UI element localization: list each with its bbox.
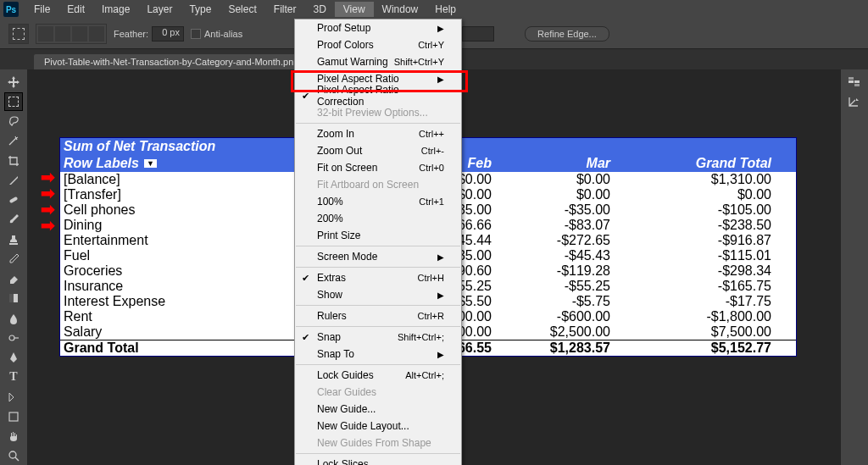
check-icon: ✔ (302, 273, 309, 284)
svg-rect-6 (849, 80, 854, 83)
svg-rect-8 (849, 77, 854, 80)
menu-item[interactable]: Proof Setup▶ (295, 19, 461, 36)
selection-add[interactable] (55, 26, 70, 42)
submenu-arrow-icon: ▶ (437, 75, 444, 84)
shape-tool-icon[interactable] (4, 407, 23, 425)
app-logo: Ps (3, 2, 19, 17)
callout-arrow-icon: ➡ (41, 215, 55, 235)
menu-item[interactable]: Lock Slices (295, 456, 461, 465)
dropdown-icon: ▼ (144, 159, 157, 168)
path-tool-icon[interactable] (4, 388, 23, 406)
menu-image[interactable]: Image (93, 2, 138, 17)
menu-file[interactable]: File (25, 2, 58, 17)
stamp-tool-icon[interactable] (4, 230, 23, 248)
menu-item[interactable]: New Guide Layout... (295, 418, 461, 435)
menu-help[interactable]: Help (426, 2, 465, 17)
svg-rect-9 (854, 84, 860, 86)
menu-item: Fit Artboard on Screen (295, 176, 461, 193)
menu-item: New Guides From Shape (295, 435, 461, 451)
dodge-tool-icon[interactable] (4, 329, 23, 346)
history-brush-icon[interactable] (4, 250, 23, 268)
document-tab-label: Pivot-Table-with-Net-Transaction-by-Cate… (44, 57, 301, 67)
menu-edit[interactable]: Edit (58, 2, 93, 17)
menu-3d[interactable]: 3D (304, 2, 334, 17)
blur-tool-icon[interactable] (4, 309, 23, 327)
menu-filter[interactable]: Filter (265, 2, 305, 17)
menu-item[interactable]: RulersCtrl+R (295, 307, 461, 324)
menu-item[interactable]: 100%Ctrl+1 (295, 193, 461, 210)
menu-select[interactable]: Select (220, 2, 264, 17)
menu-item[interactable]: Gamut WarningShift+Ctrl+Y (295, 53, 461, 70)
panel-icon[interactable] (845, 93, 864, 112)
menu-item[interactable]: ✔ExtrasCtrl+H (295, 269, 461, 286)
crop-tool-icon[interactable] (4, 152, 23, 169)
svg-rect-4 (9, 412, 18, 421)
menu-item: Clear Guides (295, 384, 461, 401)
eraser-tool-icon[interactable] (4, 270, 23, 288)
menu-item[interactable]: Show▶ (295, 286, 461, 303)
menu-item[interactable]: Zoom OutCtrl+- (295, 142, 461, 159)
antialias-checkbox[interactable] (191, 29, 201, 39)
menu-item: 32-bit Preview Options... (295, 104, 461, 121)
menu-item[interactable]: Fit on ScreenCtrl+0 (295, 159, 461, 176)
tools-panel: T (0, 69, 27, 465)
menu-item[interactable]: Print Size (295, 227, 461, 244)
height-input[interactable] (462, 26, 494, 42)
tool-preset-icon[interactable] (8, 24, 29, 44)
menu-item[interactable]: ✔SnapShift+Ctrl+; (295, 329, 461, 346)
hand-tool-icon[interactable] (4, 428, 23, 446)
submenu-arrow-icon: ▶ (437, 252, 444, 262)
selection-mode-group (36, 24, 107, 44)
wand-tool-icon[interactable] (4, 132, 23, 150)
brush-tool-icon[interactable] (4, 211, 23, 229)
svg-rect-0 (9, 197, 19, 203)
selection-new[interactable] (38, 26, 53, 42)
menu-item[interactable]: Proof ColorsCtrl+Y (295, 36, 461, 53)
menu-item[interactable]: ✔Pixel Aspect Ratio Correction (295, 87, 461, 104)
menu-item[interactable]: Lock GuidesAlt+Ctrl+; (295, 367, 461, 384)
menu-item[interactable]: New Guide... (295, 401, 461, 418)
menu-item[interactable]: Zoom InCtrl++ (295, 125, 461, 142)
zoom-tool-icon[interactable] (4, 447, 23, 465)
eyedropper-tool-icon[interactable] (4, 171, 23, 189)
svg-point-5 (9, 451, 16, 458)
right-dock (841, 69, 868, 465)
svg-rect-7 (854, 80, 860, 83)
svg-rect-2 (9, 294, 14, 302)
type-tool-icon[interactable]: T (4, 368, 23, 386)
view-menu-dropdown: Proof Setup▶Proof ColorsCtrl+YGamut Warn… (294, 19, 462, 465)
lasso-tool-icon[interactable] (4, 113, 23, 130)
panel-icon[interactable] (845, 73, 864, 91)
menu-window[interactable]: Window (374, 2, 427, 17)
pen-tool-icon[interactable] (4, 349, 23, 367)
document-tab[interactable]: Pivot-Table-with-Net-Transaction-by-Cate… (34, 54, 321, 69)
selection-subtract[interactable] (72, 26, 87, 42)
selection-intersect[interactable] (89, 26, 104, 42)
gradient-tool-icon[interactable] (4, 290, 23, 307)
menu-layer[interactable]: Layer (138, 2, 181, 17)
antialias-label: Anti-alias (204, 29, 242, 39)
menubar: Ps FileEditImageLayerTypeSelectFilter3DV… (0, 0, 868, 19)
submenu-arrow-icon: ▶ (437, 350, 444, 359)
menu-item[interactable]: Snap To▶ (295, 346, 461, 363)
refine-edge-button[interactable]: Refine Edge... (525, 26, 609, 42)
submenu-arrow-icon: ▶ (437, 291, 444, 300)
feather-label: Feather: (114, 29, 148, 39)
check-icon: ✔ (302, 332, 309, 343)
menu-item[interactable]: Screen Mode▶ (295, 248, 461, 265)
menu-type[interactable]: Type (181, 2, 220, 17)
feather-input[interactable]: 0 px (152, 26, 184, 42)
submenu-arrow-icon: ▶ (437, 24, 444, 33)
healing-tool-icon[interactable] (4, 191, 23, 209)
svg-point-3 (9, 335, 14, 340)
check-icon: ✔ (302, 91, 309, 102)
menu-view[interactable]: View (335, 2, 374, 17)
marquee-tool-icon[interactable] (4, 92, 23, 110)
move-tool-icon[interactable] (4, 73, 23, 91)
menu-item[interactable]: 200% (295, 210, 461, 227)
